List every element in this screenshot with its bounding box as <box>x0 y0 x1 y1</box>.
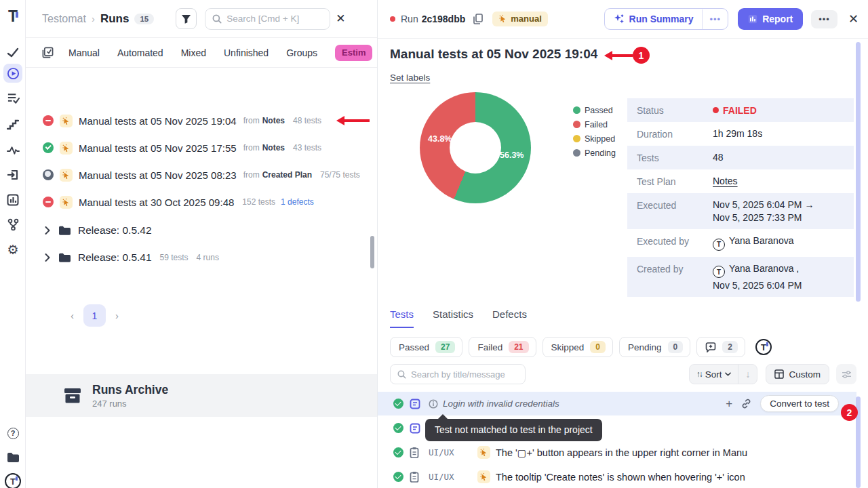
breadcrumb-project[interactable]: Testomat <box>42 13 86 25</box>
failed-dot-icon <box>573 121 580 128</box>
tab-mixed[interactable]: Mixed <box>181 47 206 58</box>
add-icon[interactable]: + <box>726 397 732 411</box>
run-summary-button[interactable]: Run Summary <box>605 9 703 29</box>
run-row[interactable]: Manual tests at 30 Oct 2025 09:48 152 te… <box>26 190 370 214</box>
test-row[interactable]: Login with invalid credentials + Convert… <box>378 392 856 415</box>
tab-estimate-badge[interactable]: Estim <box>335 45 372 61</box>
manual-run-icon <box>60 115 73 127</box>
tab-statistics[interactable]: Statistics <box>433 308 473 328</box>
filter-button[interactable] <box>176 8 197 29</box>
pulse-icon[interactable] <box>3 141 22 160</box>
results-donut-chart: 43.8% 56.3% <box>420 92 531 203</box>
status-chips: Passed 27 Failed 21 Skipped 0 Pending 0 … <box>390 337 772 357</box>
sign-in-icon[interactable] <box>3 165 22 184</box>
note-icon <box>410 399 420 409</box>
chevron-down-icon <box>725 372 731 376</box>
run-row[interactable]: Manual tests at 05 Nov 2025 17:55 from N… <box>26 136 370 159</box>
custom-view-button[interactable]: Custom <box>766 364 829 384</box>
tests-search-input[interactable] <box>411 369 516 380</box>
list-check-icon[interactable] <box>3 89 22 108</box>
release-folder-row[interactable]: Release: 0.5.42 <box>26 219 370 242</box>
chevron-right-icon[interactable] <box>45 253 50 262</box>
bar-chart-icon <box>748 14 757 24</box>
sort-button[interactable]: ↑↓ Sort <box>690 365 738 384</box>
tab-defects[interactable]: Defects <box>492 308 527 328</box>
tab-groups[interactable]: Groups <box>286 47 317 58</box>
defects-link[interactable]: 1 defects <box>281 197 314 207</box>
prev-page-icon[interactable]: ‹ <box>71 310 74 321</box>
set-labels-link[interactable]: Set labels <box>390 73 430 83</box>
cursor-click-icon <box>498 14 507 23</box>
close-search-icon[interactable]: ✕ <box>336 12 345 26</box>
legend-item: Failed <box>573 117 616 131</box>
sort-direction-button[interactable]: ↓ <box>738 365 757 384</box>
breadcrumb-section[interactable]: Runs <box>100 12 130 26</box>
detail-row-status: Status FAILED <box>627 98 854 122</box>
run-detail-panel: Run 2c198dbb manual Run Summary ••• Repo… <box>377 0 868 488</box>
tune-settings-icon[interactable] <box>836 364 856 384</box>
runs-search-input[interactable] <box>226 14 315 24</box>
more-actions-button[interactable]: ••• <box>811 10 837 28</box>
test-row[interactable]: UI/UX The '▢+' button appears in the upp… <box>378 441 856 464</box>
left-panel-scrollbar[interactable] <box>370 236 374 268</box>
failed-filter-chip[interactable]: Failed 21 <box>469 337 536 357</box>
analytics-icon[interactable] <box>3 190 22 209</box>
icon-rail: T ⚙ ? T <box>0 0 26 488</box>
manual-run-icon <box>477 446 490 459</box>
steps-icon[interactable] <box>3 115 22 134</box>
tooltip-caret <box>437 414 448 420</box>
next-page-icon[interactable]: › <box>115 310 119 321</box>
testomat-logo[interactable]: T <box>3 7 22 26</box>
sort-arrows-icon: ↑↓ <box>696 369 702 379</box>
grid-icon <box>774 369 784 379</box>
comments-filter-chip[interactable]: 2 <box>696 337 745 357</box>
convert-to-test-button[interactable]: Convert to test <box>760 395 839 412</box>
test-plan-link[interactable]: Notes <box>713 176 738 187</box>
skipped-filter-chip[interactable]: Skipped 0 <box>542 337 613 357</box>
passed-check-icon <box>393 423 403 433</box>
link-icon[interactable] <box>741 399 751 409</box>
close-panel-icon[interactable]: ✕ <box>848 12 859 26</box>
passed-filter-chip[interactable]: Passed 27 <box>390 337 462 357</box>
details-scrollbar[interactable] <box>856 42 861 302</box>
report-button[interactable]: Report <box>738 8 803 30</box>
run-id: 2c198dbb <box>422 14 466 24</box>
status-badge: FAILED <box>713 104 757 116</box>
tests-search[interactable] <box>390 364 526 384</box>
runs-play-icon[interactable] <box>3 64 22 83</box>
check-icon[interactable] <box>3 43 22 62</box>
release-folder-row[interactable]: Release: 0.5.41 59 tests 4 runs <box>26 246 370 269</box>
test-row[interactable]: UI/UX The tooltip 'Create notes' is show… <box>378 465 856 488</box>
pending-filter-chip[interactable]: Pending 0 <box>619 337 690 357</box>
tab-automated[interactable]: Automated <box>117 47 163 58</box>
detail-row-executed: Executed Nov 5, 2025 6:04 PM → Nov 5, 20… <box>627 193 854 229</box>
branch-icon[interactable] <box>3 215 22 234</box>
batch-select-icon[interactable] <box>42 47 54 58</box>
tab-tests[interactable]: Tests <box>390 308 414 328</box>
folder-icon[interactable] <box>3 448 22 467</box>
run-label: Run <box>401 14 418 24</box>
note-icon <box>410 423 420 434</box>
chevron-right-icon[interactable] <box>45 226 50 235</box>
help-icon[interactable]: ? <box>3 424 22 443</box>
passed-status-icon <box>43 142 54 153</box>
run-row[interactable]: Manual tests at 05 Nov 2025 19:04 from N… <box>26 109 370 132</box>
user-avatar[interactable]: T <box>3 472 22 488</box>
detail-tabs: Tests Statistics Defects <box>390 308 527 328</box>
passed-check-icon <box>393 447 403 458</box>
tab-unfinished[interactable]: Unfinished <box>224 47 269 58</box>
copy-icon[interactable] <box>473 14 483 24</box>
run-title: Manual tests at 05 Nov 2025 19:04 <box>390 47 597 62</box>
failed-status-icon <box>43 197 54 207</box>
runs-archive[interactable]: Runs Archive 247 runs <box>26 374 377 417</box>
assignee-avatar[interactable]: T <box>755 339 772 355</box>
summary-more-button[interactable]: ••• <box>702 9 728 29</box>
manual-run-icon <box>477 470 490 483</box>
page-number[interactable]: 1 <box>83 304 106 327</box>
gear-icon[interactable]: ⚙ <box>3 240 22 259</box>
run-row[interactable]: Manual tests at 05 Nov 2025 08:23 from C… <box>26 163 370 186</box>
tab-manual[interactable]: Manual <box>68 47 100 58</box>
runs-search[interactable] <box>205 8 330 30</box>
passed-percent-label: 56.3% <box>500 150 524 160</box>
passed-check-icon <box>393 472 403 482</box>
